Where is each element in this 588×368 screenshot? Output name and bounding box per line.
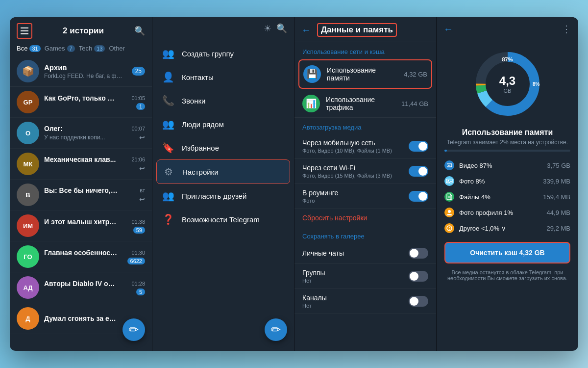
pct-87: 87% xyxy=(502,56,513,62)
pct-8: 8% xyxy=(533,81,539,87)
avatar: ИМ xyxy=(17,214,39,237)
svg-rect-8 xyxy=(447,194,451,200)
tabs-row: Все 31 Games 7 Tech 13 Other xyxy=(10,43,152,56)
menu-item-invite[interactable]: 👥 Пригласить друзей xyxy=(152,184,294,208)
menu-item-contacts[interactable]: 👤 Контакты xyxy=(152,65,294,89)
menu-header: ☀ 🔍 xyxy=(152,17,294,38)
search-icon[interactable]: 🔍 xyxy=(276,23,287,34)
screen-memory-detail: ← ⋮ 4,3 GB xyxy=(436,17,578,351)
groups-toggle[interactable] xyxy=(409,271,428,282)
invite-icon: 👥 xyxy=(162,190,174,202)
screen-settings: ← Данные и память Использование сети и к… xyxy=(294,17,436,351)
more-icon[interactable]: ⋮ xyxy=(562,23,571,35)
section-network-label: Использование сети и кэша xyxy=(294,42,436,58)
avatar: МК xyxy=(17,153,39,175)
chart-container: 4,3 GB 87% 8% xyxy=(437,40,578,128)
svg-point-11 xyxy=(448,210,451,213)
memory-usage-item[interactable]: 💾 Использование памяти 4,32 GB xyxy=(298,59,432,89)
other-dot xyxy=(444,223,454,233)
memory-detail-title: Использование памяти xyxy=(437,128,578,139)
compose-fab[interactable]: ✏ xyxy=(122,318,145,341)
menu-list: 👥 Создать группу 👤 Контакты 📞 Звонки 👥 Л… xyxy=(152,38,294,351)
list-item[interactable]: GP Как GoPro, только с подде... 01:05 1 xyxy=(10,87,152,118)
calls-icon: 📞 xyxy=(162,95,174,106)
back-button[interactable]: ← xyxy=(301,25,311,36)
tab-other[interactable]: Other xyxy=(109,45,125,52)
nearby-icon: 👥 xyxy=(162,118,174,130)
profile-dot xyxy=(444,208,454,217)
donut-center: 4,3 GB xyxy=(499,74,515,94)
traffic-usage-item[interactable]: 📊 Использование трафика 11,44 GB xyxy=(294,90,436,118)
personal-toggle[interactable] xyxy=(409,248,428,259)
menu-item-create-group[interactable]: 👥 Создать группу xyxy=(152,42,294,65)
avatar: GP xyxy=(17,91,39,113)
groups-item: Группы Нет xyxy=(294,264,436,289)
tab-tech[interactable]: Tech 13 xyxy=(79,45,105,52)
list-item[interactable]: ИМ И этот малыш хитро щури... 01:38 59 xyxy=(10,210,152,241)
back-button-2[interactable]: ← xyxy=(443,24,453,35)
reset-link[interactable]: Сбросить настройки xyxy=(294,209,436,227)
channels-toggle[interactable] xyxy=(409,296,428,307)
menu-item-features[interactable]: ❓ Возможности Telegram xyxy=(152,208,294,231)
list-item[interactable]: В Вы: Все бы ничего, но там вт ↩ xyxy=(10,180,152,210)
avatar: Д xyxy=(17,307,39,330)
tab-games[interactable]: Games 7 xyxy=(45,45,75,52)
wifi-download-item: Через сети Wi-Fi Фото, Видео (15 MB), Фа… xyxy=(294,159,436,184)
menu-item-nearby[interactable]: 👥 Люди рядом xyxy=(152,112,294,136)
clear-footnote: Все медиа останутся в облаке Telegram, п… xyxy=(437,267,578,283)
list-item[interactable]: О Олег: 00:07 У нас подделки копи... ↩ xyxy=(10,118,152,149)
menu-button[interactable] xyxy=(17,23,32,39)
memory-other-item[interactable]: Другое <1,0% ∨ 29,2 MB xyxy=(437,220,578,236)
memory-profile-item[interactable]: Фото профиля 1% 44,9 MB xyxy=(437,205,578,220)
channels-item: Каналы Нет xyxy=(294,289,436,314)
mobile-download-item: Через мобильную сеть Фото, Видео (10 MB)… xyxy=(294,134,436,159)
screens-container: 2 истории 🔍 Все 31 Games 7 Tech 13 Other… xyxy=(10,17,578,351)
settings-title: Данные и память xyxy=(317,23,397,37)
create-group-icon: 👥 xyxy=(162,48,174,59)
settings-icon: ⚙ xyxy=(163,166,174,178)
memory-files-item[interactable]: Файлы 4% 159,4 MB xyxy=(437,189,578,205)
roaming-download-item: В роуминге Фото xyxy=(294,184,436,209)
chat-list: 📦 Архив ForkLog FEED. Не баг, а фича... … xyxy=(10,56,152,351)
mobile-toggle[interactable] xyxy=(409,141,428,152)
screen-menu: ☀ 🔍 👥 Создать группу 👤 Контакты 📞 Звонки… xyxy=(152,17,294,351)
contacts-icon: 👤 xyxy=(162,71,174,83)
video-dot xyxy=(444,160,454,170)
roaming-toggle[interactable] xyxy=(409,191,428,202)
compose-fab-2[interactable]: ✏ xyxy=(265,318,287,341)
archive-info: Архив ForkLog FEED. Не баг, а фича... xyxy=(44,63,127,79)
menu-item-favorites[interactable]: 🔖 Избранное xyxy=(152,136,294,159)
archive-avatar: 📦 xyxy=(17,60,39,82)
avatar: В xyxy=(17,184,39,206)
menu-item-calls[interactable]: 📞 Звонки xyxy=(152,89,294,112)
traffic-icon: 📊 xyxy=(302,95,320,112)
clear-cache-button[interactable]: Очистить кэш 4,32 GB xyxy=(444,242,570,263)
search-icon[interactable]: 🔍 xyxy=(134,26,145,36)
menu-item-settings[interactable]: ⚙ Настройки xyxy=(156,159,290,184)
memory-video-item[interactable]: Видео 87% 3,75 GB xyxy=(437,158,578,173)
chats-header: 2 истории 🔍 xyxy=(10,17,152,43)
archive-item[interactable]: 📦 Архив ForkLog FEED. Не баг, а фича... … xyxy=(10,56,152,87)
wifi-toggle[interactable] xyxy=(409,166,428,177)
brightness-icon[interactable]: ☀ xyxy=(264,23,271,34)
avatar: АД xyxy=(17,276,39,299)
memory-subtitle: Telegram занимает 2% места на устройстве… xyxy=(437,139,578,148)
memory-icon: 💾 xyxy=(303,65,321,83)
tab-all[interactable]: Все 31 xyxy=(17,45,41,52)
screen-chats: 2 истории 🔍 Все 31 Games 7 Tech 13 Other… xyxy=(10,17,152,351)
chats-title: 2 истории xyxy=(63,26,104,36)
memory-header: ← ⋮ xyxy=(437,17,578,40)
list-item[interactable]: МК Механическая клав... 21:06 ↩ xyxy=(10,149,152,180)
svg-point-14 xyxy=(449,229,450,230)
section-autodownload-label: Автозагрузка медиа xyxy=(294,118,436,134)
personal-chats-item: Личные чаты xyxy=(294,243,436,264)
settings-scroll: Использование сети и кэша 💾 Использовани… xyxy=(294,42,436,351)
features-icon: ❓ xyxy=(162,213,174,225)
avatar: ГО xyxy=(17,245,39,268)
favorites-icon: 🔖 xyxy=(162,142,174,154)
memory-progress-bar xyxy=(444,150,570,152)
list-item[interactable]: ГО Главная особенность де... 01:30 6622 xyxy=(10,241,152,272)
memory-photo-item[interactable]: Фото 8% 339,9 MB xyxy=(437,173,578,189)
list-item[interactable]: АД Авторы Diablo IV объявил... 01:28 5 xyxy=(10,272,152,303)
files-dot xyxy=(444,192,454,202)
